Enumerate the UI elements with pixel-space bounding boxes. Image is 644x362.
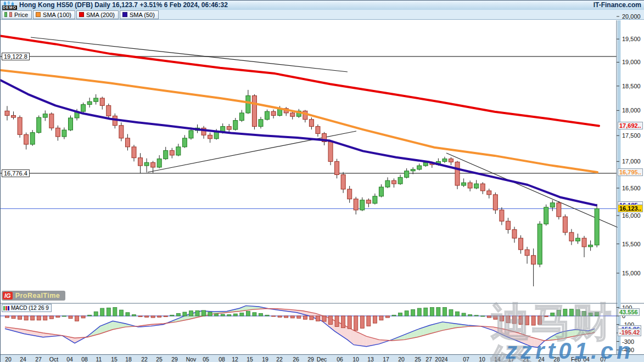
macd-histogram-bar	[417, 308, 421, 316]
macd-fill	[563, 331, 566, 339]
prorealtime-logo[interactable]: IG ProRealTime	[2, 291, 65, 301]
macd-histogram-bar	[335, 316, 339, 326]
candle-up	[87, 101, 92, 104]
x-axis-tick-label: 28	[553, 356, 560, 362]
macd-histogram-bar	[399, 313, 402, 316]
macd-histogram-bar	[519, 316, 523, 325]
macd-histogram-bar	[538, 316, 542, 325]
macd-histogram-bar	[75, 316, 79, 321]
macd-fill	[531, 337, 535, 347]
candle-up	[550, 203, 555, 207]
candle-up	[239, 113, 244, 121]
candle-up	[164, 150, 168, 159]
candle-down	[335, 161, 339, 174]
macd-histogram-bar	[62, 316, 66, 316]
x-axis-tick-label: 12	[232, 356, 238, 362]
macd-histogram-bar	[474, 315, 478, 316]
macd-histogram-bar	[221, 314, 225, 316]
macd-histogram-bar	[513, 316, 517, 324]
candle-down	[366, 200, 371, 203]
candle-down	[328, 142, 333, 161]
macd-histogram-bar	[360, 316, 364, 328]
candle-up	[69, 118, 73, 130]
candle-up	[462, 183, 466, 185]
axis-price-tag: 16,795..	[618, 168, 643, 176]
candle-down	[5, 111, 9, 115]
macd-histogram-bar	[303, 316, 307, 319]
candle-down	[468, 183, 472, 188]
macd-histogram-bar	[43, 316, 47, 320]
macd-fill	[357, 332, 360, 346]
macd-histogram-bar	[367, 316, 371, 326]
candle-up	[398, 177, 402, 184]
macd-icon	[3, 306, 9, 310]
chart-plot[interactable]	[1, 1, 644, 362]
macd-histogram-bar	[583, 312, 586, 316]
x-axis-tick-label: 25	[415, 356, 421, 362]
x-axis-tick-label: 20	[5, 356, 12, 362]
macd-histogram-bar	[322, 316, 326, 321]
macd-histogram-bar	[341, 316, 345, 328]
macd-histogram-bar	[589, 313, 592, 316]
candle-down	[252, 96, 256, 127]
x-axis-tick-label: 04	[66, 356, 73, 362]
x-axis-tick-label: 06	[337, 356, 343, 362]
axis-price-tag: 16,123..	[618, 205, 643, 212]
x-axis-strip[interactable]: 202427Oct0408111518222529Nov050812151922…	[1, 354, 644, 362]
candle-down	[557, 203, 561, 217]
x-axis-tick-label: 2024	[435, 356, 447, 362]
x-axis-tick-label: 20	[398, 356, 405, 362]
candle-up	[189, 131, 193, 138]
macd-histogram-bar	[500, 316, 503, 321]
macd-fill	[360, 333, 363, 346]
tab-macd-indicator[interactable]: MACD (12 26 9	[2, 304, 52, 312]
macd-histogram-bar	[259, 313, 263, 316]
candle-up	[37, 117, 41, 133]
macd-histogram-bar	[164, 316, 167, 317]
candle-down	[208, 135, 212, 139]
macd-histogram-bar	[176, 313, 180, 316]
macd-histogram-bar	[329, 316, 333, 325]
candle-up	[246, 96, 250, 113]
candle-down	[138, 158, 143, 166]
candle-down	[392, 180, 396, 184]
x-axis-tick-label: 29	[307, 356, 314, 362]
chart-window: DEMO Hong Kong HS50 (DFB) Daily 16,123.7…	[0, 0, 644, 362]
macd-histogram-bar	[424, 308, 428, 316]
candle-down	[18, 117, 22, 134]
y-axis-tick-label: 18,500	[622, 83, 641, 89]
macd-histogram-bar	[24, 316, 28, 320]
x-axis-tick-label: 10	[352, 356, 359, 362]
trendline	[31, 37, 348, 72]
candle-up	[144, 162, 149, 166]
candle-down	[480, 184, 485, 191]
x-axis-tick-label: 26	[293, 356, 299, 362]
x-axis-tick-label: 21	[523, 356, 529, 362]
candle-up	[81, 105, 86, 112]
candle-down	[119, 126, 124, 138]
candle-up	[423, 162, 428, 166]
macd-histogram-bar	[468, 315, 472, 316]
macd-histogram-bar	[88, 315, 92, 316]
candle-down	[316, 127, 320, 134]
y-axis-tick-label: 19,500	[622, 36, 641, 42]
candle-up	[405, 171, 409, 178]
x-axis-tick-label: 27	[425, 356, 432, 362]
candle-up	[576, 238, 580, 241]
macd-fill	[439, 322, 443, 331]
macd-histogram-bar	[145, 316, 149, 317]
x-axis-tick-label: 15	[111, 356, 117, 362]
x-axis-tick-label: 13	[367, 356, 374, 362]
candle-down	[493, 195, 497, 210]
candle-up	[474, 184, 479, 188]
macd-value-tag: -195.42	[618, 329, 641, 336]
price-level-label: 19,122.8	[2, 53, 30, 60]
candle-up	[176, 147, 181, 155]
candle-down	[582, 238, 586, 247]
candle-down	[531, 256, 536, 264]
candle-down	[487, 191, 491, 195]
macd-fill	[427, 325, 430, 335]
macd-fill	[369, 337, 373, 346]
y-axis-tick-label: 17,500	[622, 132, 641, 139]
macd-histogram-bar	[487, 316, 491, 318]
